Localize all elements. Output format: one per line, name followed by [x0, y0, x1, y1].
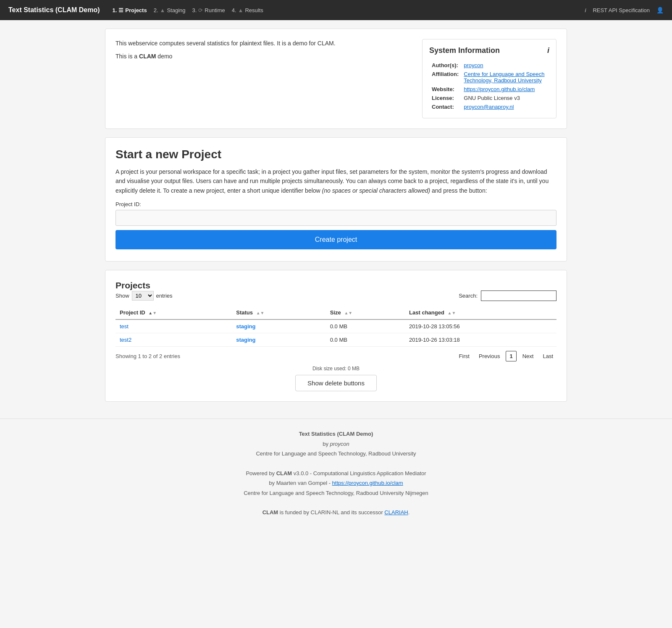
col-last-changed[interactable]: Last changed ▲▼: [405, 306, 556, 319]
project-link-test2[interactable]: test2: [120, 337, 131, 343]
info-section: This webservice computes several statist…: [116, 39, 556, 118]
project-link-test[interactable]: test: [120, 323, 129, 330]
col-size-label: Size: [330, 309, 341, 316]
disk-info: Disk size used: 0 MB: [116, 366, 556, 372]
user-icon[interactable]: [656, 7, 664, 13]
entries-select[interactable]: 10 25 50 100: [132, 291, 154, 301]
pagination: First Previous 1 Next Last: [456, 351, 556, 361]
project-id-input[interactable]: [116, 210, 556, 226]
footer-clam-link[interactable]: https://proycon.github.io/clam: [332, 480, 403, 486]
nav-step-projects[interactable]: 1. Projects: [113, 7, 147, 13]
nav-step-results[interactable]: 4. Results: [232, 7, 263, 13]
nav-step-staging[interactable]: 2. Staging: [154, 7, 186, 13]
contact-link[interactable]: proycon@anaproy.nl: [464, 104, 514, 110]
search-box: Search:: [459, 290, 556, 301]
pagination-last[interactable]: Last: [539, 351, 556, 361]
show-delete-button[interactable]: Show delete buttons: [295, 375, 377, 391]
info-icon: i: [585, 7, 586, 13]
sort-icon-size: ▲▼: [344, 311, 352, 315]
list-icon: [118, 7, 123, 13]
new-project-card: Start a new Project A project is your pe…: [105, 137, 567, 262]
info-i-icon: i: [547, 46, 549, 55]
system-info-table: Author(s): proycon Affiliation: Centre f…: [429, 61, 549, 111]
table-header-row: Project ID ▲▼ Status ▲▼ Size ▲▼ Last cha…: [116, 306, 556, 319]
intro-text: This webservice computes several statist…: [116, 39, 412, 118]
sort-icon-last-changed: ▲▼: [448, 311, 456, 315]
col-status-label: Status: [236, 309, 253, 316]
navbar: Text Statistics (CLAM Demo) 1. Projects …: [0, 0, 672, 20]
pagination-first[interactable]: First: [456, 351, 473, 361]
create-project-button[interactable]: Create project: [116, 230, 556, 249]
footer-line1: Text Statistics (CLAM Demo): [10, 429, 662, 439]
row1-status: staging: [232, 319, 326, 333]
new-project-description: A project is your personal workspace for…: [116, 167, 556, 195]
row2-size: 0.0 MB: [326, 333, 405, 347]
staging-icon: [160, 7, 165, 13]
author-link[interactable]: proycon: [464, 62, 483, 68]
pagination-previous[interactable]: Previous: [475, 351, 504, 361]
footer-clam-bold: CLAM: [276, 470, 292, 476]
footer-clariah-link[interactable]: CLARIAH: [384, 509, 408, 515]
footer-line6: Centre for Language and Speech Technolog…: [10, 488, 662, 498]
sysinfo-label-affiliation: Affiliation:: [429, 70, 461, 85]
step1-label: Projects: [125, 7, 147, 13]
step3-label: Runtime: [205, 7, 225, 13]
projects-heading: Projects: [116, 280, 556, 290]
footer: Text Statistics (CLAM Demo) by proycon C…: [0, 419, 672, 528]
footer-line5: by Maarten van Gompel - https://proycon.…: [10, 478, 662, 488]
show-entries: Show 10 25 50 100 entries: [116, 291, 173, 301]
table-controls: Show 10 25 50 100 entries Search:: [116, 290, 556, 301]
search-input[interactable]: [481, 290, 556, 301]
rest-api-link[interactable]: REST API Specification: [593, 7, 650, 13]
row2-status: staging: [232, 333, 326, 347]
nav-steps: 1. Projects 2. Staging 3. Runtime 4. Res…: [113, 7, 263, 13]
footer-line4: Powered by CLAM v3.0.0 - Computational L…: [10, 468, 662, 478]
runtime-icon: [198, 7, 203, 13]
sort-icon-project-id: ▲▼: [148, 311, 157, 315]
intro-card: This webservice computes several statist…: [105, 29, 567, 129]
app-title: Text Statistics (CLAM Demo): [8, 6, 100, 14]
table-footer: Showing 1 to 2 of 2 entries First Previo…: [116, 351, 556, 361]
intro-prefix: This is a: [116, 53, 139, 60]
search-label: Search:: [459, 293, 478, 299]
sysinfo-row-website: Website: https://proycon.github.io/clam: [429, 85, 549, 94]
affiliation-link[interactable]: Centre for Language and Speech Technolog…: [464, 71, 544, 84]
col-status[interactable]: Status ▲▼: [232, 306, 326, 319]
system-info-box: System Information i Author(s): proycon …: [422, 39, 556, 118]
nav-right: i REST API Specification: [585, 7, 664, 13]
website-link[interactable]: https://proycon.github.io/clam: [464, 86, 535, 92]
sysinfo-label-author: Author(s):: [429, 61, 461, 70]
row1-project-id: test: [116, 319, 232, 333]
step2-num: 2.: [154, 7, 158, 13]
footer-clam-bold2: CLAM: [262, 509, 278, 515]
footer-line2: by proycon: [10, 439, 662, 449]
showing-text: Showing 1 to 2 of 2 entries: [116, 353, 180, 359]
table-row: test2 staging 0.0 MB 2019-10-26 13:03:18: [116, 333, 556, 347]
pagination-current[interactable]: 1: [506, 351, 516, 361]
nav-step-runtime[interactable]: 3. Runtime: [192, 7, 225, 13]
row2-project-id: test2: [116, 333, 232, 347]
step2-label: Staging: [167, 7, 185, 13]
sysinfo-label-license: License:: [429, 94, 461, 102]
intro-bold: CLAM: [139, 53, 156, 60]
col-size[interactable]: Size ▲▼: [326, 306, 405, 319]
step3-num: 3.: [192, 7, 197, 13]
footer-title: Text Statistics (CLAM Demo): [299, 431, 373, 437]
main-content: This webservice computes several statist…: [97, 20, 575, 419]
sysinfo-row-affiliation: Affiliation: Centre for Language and Spe…: [429, 70, 549, 85]
footer-line7: CLAM is funded by CLARIN-NL and its succ…: [10, 508, 662, 517]
col-project-id-label: Project ID: [120, 309, 145, 316]
footer-author: proycon: [330, 441, 349, 447]
pagination-next[interactable]: Next: [519, 351, 537, 361]
table-body: test staging 0.0 MB 2019-10-28 13:05:56 …: [116, 319, 556, 347]
col-project-id[interactable]: Project ID ▲▼: [116, 306, 232, 319]
sysinfo-value-license: GNU Public License v3: [461, 94, 549, 102]
row2-last-changed: 2019-10-26 13:03:18: [405, 333, 556, 347]
sysinfo-value-contact: proycon@anaproy.nl: [461, 102, 549, 111]
sysinfo-value-author: proycon: [461, 61, 549, 70]
intro-line2: This is a CLAM demo: [116, 52, 412, 61]
sysinfo-value-affiliation: Centre for Language and Speech Technolog…: [461, 70, 549, 85]
results-icon: [238, 7, 244, 13]
row1-size: 0.0 MB: [326, 319, 405, 333]
projects-table: Project ID ▲▼ Status ▲▼ Size ▲▼ Last cha…: [116, 306, 556, 347]
